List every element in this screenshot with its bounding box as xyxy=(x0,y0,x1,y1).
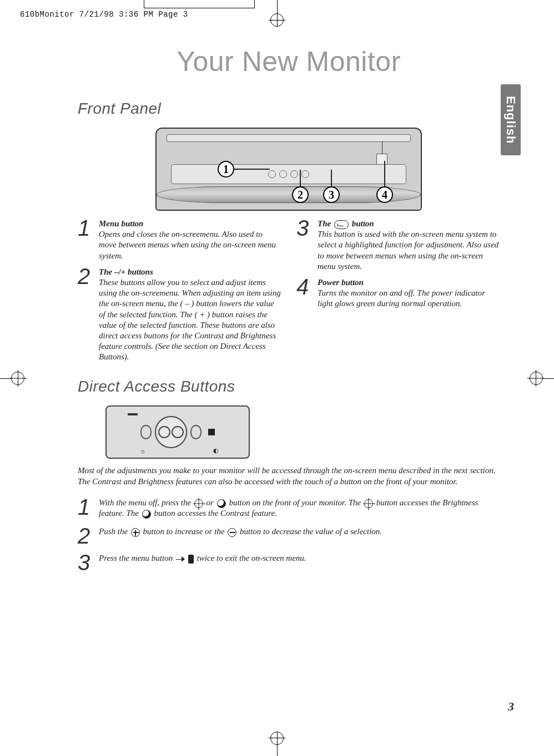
section-direct-access: Direct Access Buttons xyxy=(78,378,500,395)
step-text: or xyxy=(204,498,216,507)
registration-mark-left xyxy=(0,367,28,389)
menu-button-graphic xyxy=(140,425,152,439)
step-text: Push the xyxy=(99,527,130,536)
registration-mark-top xyxy=(255,0,299,31)
step-3: 3 Press the menu button twice to exit th… xyxy=(78,553,500,572)
registration-mark-bottom xyxy=(260,728,294,756)
step-text: button to increase or the xyxy=(141,527,226,536)
item-text: Turns the monitor on and off. The power … xyxy=(318,288,485,308)
print-job-header: 610bMonitor 7/21/98 3:36 PM Page 3 xyxy=(20,10,188,19)
plus-icon xyxy=(290,170,298,178)
item-heading: The –/+ buttons xyxy=(99,267,153,276)
callout-3: 3 xyxy=(323,186,340,203)
item-number: 2 xyxy=(78,267,93,363)
arrow-icon xyxy=(176,555,186,564)
item-heading: Power button xyxy=(318,278,364,287)
enter-icon xyxy=(301,170,309,178)
step-1: 1 With the menu off, press the or button… xyxy=(78,498,500,519)
page-content: Your New Monitor Front Panel 1 2 3 4 1 M… xyxy=(78,45,500,580)
step-number: 3 xyxy=(78,553,93,572)
front-panel-figure: 1 2 3 4 xyxy=(155,128,422,211)
minus-icon xyxy=(279,170,287,178)
contrast-icon: ◐ xyxy=(213,447,219,454)
led-graphic xyxy=(208,429,215,435)
brightness-icon xyxy=(194,499,203,508)
front-item-1: 1 Menu button Opens and closes the on-sc… xyxy=(78,219,281,261)
item-number: 3 xyxy=(296,219,312,272)
step-text: button accesses the Contrast feature. xyxy=(152,509,277,517)
registration-mark-right xyxy=(526,367,554,389)
item-text: These buttons allow you to select and ad… xyxy=(99,278,281,361)
section-front-panel: Front Panel xyxy=(78,100,500,118)
language-tab: English xyxy=(501,84,521,155)
step-text: Press the menu button xyxy=(99,554,175,562)
contrast-icon xyxy=(142,510,151,519)
adjust-dial-graphic xyxy=(155,416,187,448)
callout-4: 4 xyxy=(376,186,393,203)
page-title: Your New Monitor xyxy=(78,45,500,78)
front-item-2: 2 The –/+ buttons These buttons allow yo… xyxy=(78,267,281,363)
item-heading-pre: The xyxy=(318,219,333,228)
brightness-icon xyxy=(364,499,373,508)
step-text: button to decrease the value of a select… xyxy=(238,527,382,536)
step-number: 1 xyxy=(78,498,93,516)
callout-2: 2 xyxy=(292,186,309,203)
menu-icon xyxy=(268,170,276,178)
item-text: Opens and closes the on-screemenu. Also … xyxy=(99,230,276,260)
direct-access-intro: Most of the adjustments you make to your… xyxy=(78,465,500,488)
contrast-icon xyxy=(217,499,226,508)
language-tab-label: English xyxy=(503,96,518,144)
item-text: This button is used with the on-screen m… xyxy=(318,230,498,271)
step-text: With the menu off, press the xyxy=(99,498,193,507)
item-heading: Menu button xyxy=(99,219,143,228)
item-number: 4 xyxy=(296,277,312,309)
callout-1: 1 xyxy=(218,161,234,177)
menu-icon xyxy=(188,555,194,564)
front-item-4: 4 Power button Turns the monitor on and … xyxy=(296,277,500,309)
enter-icon xyxy=(334,220,349,229)
front-item-3: 3 The button This button is used with th… xyxy=(296,219,500,272)
step-2: 2 Push the button to increase or the but… xyxy=(78,526,500,545)
page-number: 3 xyxy=(508,699,514,714)
power-button-graphic xyxy=(376,154,387,165)
plus-icon xyxy=(131,528,140,537)
step-text: button on the front of your monitor. The xyxy=(227,498,363,507)
brightness-icon: ☼ xyxy=(140,448,145,454)
step-text: twice to exit the on-screen menu. xyxy=(195,554,306,562)
minus-icon xyxy=(228,528,236,537)
direct-access-figure: ☼ ◐ xyxy=(105,405,250,459)
step-number: 2 xyxy=(78,526,93,545)
item-heading-post: button xyxy=(350,219,374,228)
enter-button-graphic xyxy=(190,425,202,439)
item-number: 1 xyxy=(78,219,93,261)
